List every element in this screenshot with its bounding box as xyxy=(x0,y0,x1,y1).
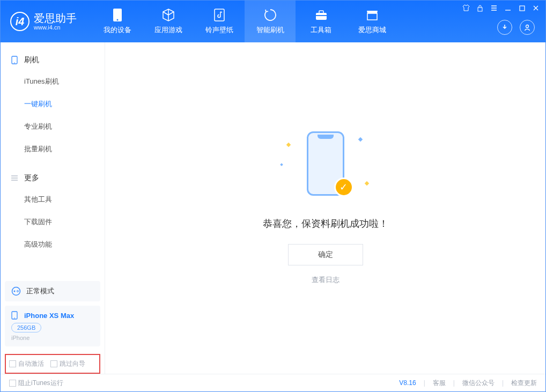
svg-rect-3 xyxy=(316,13,327,20)
sidebar-item-other-tools[interactable]: 其他工具 xyxy=(1,188,105,211)
svg-point-15 xyxy=(14,317,15,319)
svg-rect-2 xyxy=(215,9,224,21)
sidebar-item-itunes-flash[interactable]: iTunes刷机 xyxy=(1,70,105,93)
sidebar-group-more: 更多 其他工具 下载固件 高级功能 xyxy=(1,160,105,256)
footer-link-wechat[interactable]: 微信公众号 xyxy=(462,379,495,388)
svg-rect-4 xyxy=(319,11,323,13)
tab-ringtone-wallpaper[interactable]: 铃声壁纸 xyxy=(194,1,245,42)
tab-my-device[interactable]: 我的设备 xyxy=(92,1,143,42)
device-type: iPhone xyxy=(11,335,94,341)
ok-button[interactable]: 确定 xyxy=(288,244,363,265)
sidebar-group-flash: 刷机 iTunes刷机 一键刷机 专业刷机 批量刷机 xyxy=(1,42,105,160)
footer-right: V8.16 | 客服 | 微信公众号 | 检查更新 xyxy=(399,379,537,388)
checkbox-auto-activate[interactable]: 自动激活 xyxy=(9,359,44,368)
view-log-link[interactable]: 查看日志 xyxy=(312,275,340,285)
toolbox-icon xyxy=(314,8,328,22)
brand-logo: i4 爱思助手 www.i4.cn xyxy=(1,12,86,31)
svg-point-10 xyxy=(14,62,15,63)
group-header-flash[interactable]: 刷机 xyxy=(1,50,105,70)
app-header: i4 爱思助手 www.i4.cn 我的设备 应用游戏 铃声壁纸 智能刷机 工具… xyxy=(1,1,545,42)
footer-link-update[interactable]: 检查更新 xyxy=(511,379,537,388)
sidebar-item-oneclick-flash[interactable]: 一键刷机 xyxy=(1,93,105,115)
lock-icon[interactable] xyxy=(476,4,484,12)
device-phone-icon xyxy=(11,311,20,320)
svg-rect-7 xyxy=(520,6,525,11)
brand-url: www.i4.cn xyxy=(34,24,77,31)
sidebar-item-download-firmware[interactable]: 下载固件 xyxy=(1,211,105,233)
tab-toolbox[interactable]: 工具箱 xyxy=(296,1,346,42)
window-controls xyxy=(462,4,540,12)
menu-icon[interactable] xyxy=(490,4,498,12)
checkbox-block-itunes[interactable]: 阻止iTunes运行 xyxy=(9,379,63,388)
footer-link-service[interactable]: 客服 xyxy=(433,379,446,388)
main-panel: ✓ 恭喜您，保资料刷机成功啦！ 确定 查看日志 xyxy=(105,42,545,374)
version-label: V8.16 xyxy=(399,379,416,387)
shield-refresh-icon xyxy=(263,8,277,22)
nav-tabs: 我的设备 应用游戏 铃声壁纸 智能刷机 工具箱 爱思商城 xyxy=(92,1,397,42)
download-circle-icon[interactable] xyxy=(497,20,512,35)
svg-rect-6 xyxy=(478,8,482,11)
sidebar-item-batch-flash[interactable]: 批量刷机 xyxy=(1,138,105,160)
bottom-options-highlighted: 自动激活 跳过向导 xyxy=(5,354,100,374)
maximize-icon[interactable] xyxy=(518,4,526,12)
svg-point-1 xyxy=(116,19,118,21)
svg-point-11 xyxy=(12,287,20,295)
svg-point-8 xyxy=(526,25,529,28)
content-area: 刷机 iTunes刷机 一键刷机 专业刷机 批量刷机 更多 其他工具 下载固件 … xyxy=(1,42,545,374)
minimize-icon[interactable] xyxy=(504,4,512,12)
svg-point-13 xyxy=(17,291,19,292)
brand-name: 爱思助手 xyxy=(34,12,77,24)
group-header-more[interactable]: 更多 xyxy=(1,168,105,188)
status-card[interactable]: 正常模式 xyxy=(5,281,100,301)
header-actions xyxy=(497,20,535,35)
sidebar-item-advanced[interactable]: 高级功能 xyxy=(1,233,105,256)
success-illustration: ✓ xyxy=(277,131,374,206)
device-name: iPhone XS Max xyxy=(11,311,94,320)
footer-bar: 阻止iTunes运行 V8.16 | 客服 | 微信公众号 | 检查更新 xyxy=(1,374,545,391)
svg-rect-5 xyxy=(316,15,327,16)
list-icon xyxy=(10,174,19,182)
close-icon[interactable] xyxy=(532,4,540,12)
device-icon xyxy=(110,8,124,22)
device-card[interactable]: iPhone XS Max 256GB iPhone xyxy=(5,306,100,346)
device-storage-badge: 256GB xyxy=(11,323,41,332)
music-note-icon xyxy=(212,8,226,22)
logo-icon: i4 xyxy=(10,12,29,31)
tab-smart-flash[interactable]: 智能刷机 xyxy=(245,1,296,42)
checkbox-skip-guide[interactable]: 跳过向导 xyxy=(50,359,85,368)
phone-icon xyxy=(10,56,19,64)
sidebar-item-pro-flash[interactable]: 专业刷机 xyxy=(1,115,105,138)
status-normal-icon xyxy=(11,286,21,296)
success-check-icon: ✓ xyxy=(334,177,353,197)
success-message: 恭喜您，保资料刷机成功啦！ xyxy=(263,217,388,230)
svg-point-12 xyxy=(14,291,16,292)
tab-store[interactable]: 爱思商城 xyxy=(346,1,397,42)
tab-app-games[interactable]: 应用游戏 xyxy=(143,1,194,42)
sidebar: 刷机 iTunes刷机 一键刷机 专业刷机 批量刷机 更多 其他工具 下载固件 … xyxy=(1,42,105,374)
shirt-icon[interactable] xyxy=(462,4,470,12)
user-circle-icon[interactable] xyxy=(520,20,535,35)
store-icon xyxy=(365,8,379,22)
cube-icon xyxy=(161,8,175,22)
